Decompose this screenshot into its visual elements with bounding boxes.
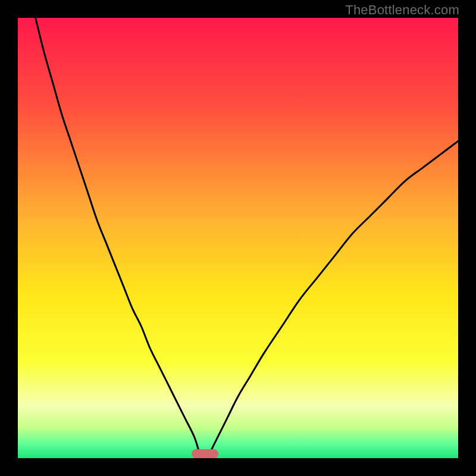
plot-area xyxy=(18,18,458,458)
bottleneck-marker xyxy=(192,449,218,458)
left-branch-curve xyxy=(36,18,199,449)
watermark-text: TheBottleneck.com xyxy=(345,2,459,18)
right-branch-curve xyxy=(212,141,458,449)
chart-frame: TheBottleneck.com xyxy=(0,0,476,476)
curve-layer xyxy=(18,18,458,458)
